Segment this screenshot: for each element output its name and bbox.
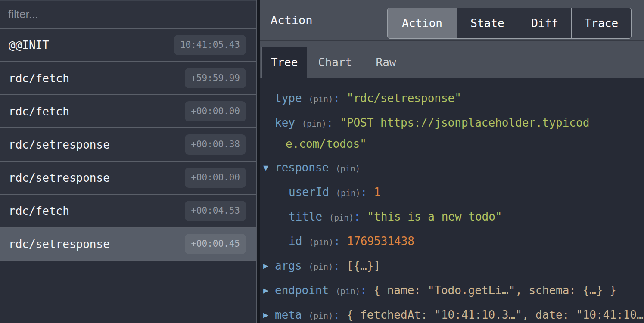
pin-button[interactable]: (pin) [336,164,360,173]
inspector-header: Action Action State Diff Trace [260,0,644,40]
json-value: "this is a new todo" [367,210,502,223]
json-colon: : [354,210,361,223]
action-list-panel: @@INIT 10:41:05.43 rdc/fetch +59:59.99 r… [0,0,257,323]
pin-button[interactable]: (pin) [309,237,333,247]
tree-row-meta: ▶ meta (pin): { fetchedAt: "10:41:10.3…"… [260,305,644,323]
json-key[interactable]: endpoint [275,284,329,297]
tree-row-response: ▼ response (pin) [260,158,644,179]
expand-arrow-icon[interactable]: ▶ [263,280,268,301]
json-value: "POST https://jsonplaceholder.typicod [340,116,589,129]
action-row-setresponse-1[interactable]: rdc/setresponse +00:00.38 [0,128,256,162]
tree-row-userId: userId (pin): 1 [260,182,644,203]
filter-bar [0,0,256,29]
pin-button[interactable]: (pin) [336,188,361,198]
json-tree-view: type (pin): "rdc/setresponse" key (pin):… [260,78,644,323]
action-row-fetch-2[interactable]: rdc/fetch +00:00.00 [0,95,256,128]
pin-button[interactable]: (pin) [336,286,360,296]
pin-button[interactable]: (pin) [329,213,354,222]
json-colon: : [327,116,333,129]
json-key[interactable]: userId [289,186,329,199]
action-name: rdc/fetch [9,205,69,217]
json-key[interactable]: response [275,161,329,174]
json-value: e.com/todos" [286,137,367,150]
json-key[interactable]: title [289,210,322,223]
panel-title: Action [271,0,313,40]
json-key[interactable]: meta [275,308,302,321]
json-colon: : [333,308,340,321]
action-row-fetch-3[interactable]: rdc/fetch +00:04.53 [0,195,256,228]
json-colon: : [333,235,340,248]
action-name: rdc/fetch [9,105,69,118]
json-colon: : [360,284,367,297]
expand-arrow-icon[interactable]: ▶ [263,256,268,276]
pin-button[interactable]: (pin) [308,262,333,271]
json-colon: : [333,92,340,105]
action-timestamp-badge: +00:00.45 [185,234,246,254]
action-timestamp-badge: +00:00.38 [185,134,246,155]
action-timestamp-badge: +00:04.53 [185,201,246,221]
action-name: rdc/setresponse [9,138,110,151]
subtab-chart[interactable]: Chart [316,47,355,78]
json-colon: : [333,259,340,272]
view-tab-bar: Tree Chart Raw [260,40,644,78]
action-row-setresponse-3-selected[interactable]: rdc/setresponse +00:00.45 [0,228,256,261]
action-timestamp-badge: +00:00.00 [185,101,246,121]
tree-row-args: ▶ args (pin): [{…}] [260,256,644,277]
tree-row-id: id (pin): 1769531438 [260,231,644,252]
json-colon: : [361,186,367,199]
action-row-setresponse-2[interactable]: rdc/setresponse +00:00.00 [0,162,256,195]
tab-trace[interactable]: Trace [571,8,631,38]
json-value-preview: { fetchedAt: "10:41:10.3…", date: "10:41… [347,308,644,321]
pin-button[interactable]: (pin) [308,311,333,320]
json-key[interactable]: args [275,259,302,272]
expand-arrow-icon[interactable]: ▶ [263,305,268,323]
pin-button[interactable]: (pin) [308,94,333,104]
filter-input[interactable] [0,1,256,28]
inspector-tab-group: Action State Diff Trace [387,8,632,39]
json-key[interactable]: id [289,235,302,248]
action-name: @@INIT [9,39,49,52]
action-row-fetch-1[interactable]: rdc/fetch +59:59.99 [0,62,256,95]
action-row-init[interactable]: @@INIT 10:41:05.43 [0,29,256,62]
collapse-arrow-icon[interactable]: ▼ [263,158,268,178]
tree-row-key: key (pin): "POST https://jsonplaceholder… [260,113,644,134]
json-value-preview: [{…}] [347,259,380,272]
action-name: rdc/fetch [9,72,69,85]
json-value: 1 [374,186,381,199]
pin-button[interactable]: (pin) [302,119,327,128]
action-timestamp-badge: +59:59.99 [185,68,246,88]
json-key[interactable]: key [275,116,295,129]
tab-state[interactable]: State [457,8,518,38]
tree-row-endpoint: ▶ endpoint (pin): { name: "Todo.getLi…",… [260,280,644,301]
inspector-panel: Action Action State Diff Trace Tree Char… [260,0,644,323]
json-value: 1769531438 [347,235,414,248]
tree-row-title: title (pin): "this is a new todo" [260,207,644,228]
action-name: rdc/setresponse [9,238,110,251]
json-value-preview: { name: "Todo.getLi…", schema: {…} } [373,284,616,297]
json-value: "rdc/setresponse" [347,92,461,105]
subtab-raw[interactable]: Raw [371,47,401,78]
action-name: rdc/setresponse [9,171,110,184]
action-timestamp-badge: 10:41:05.43 [174,35,246,55]
json-key[interactable]: type [275,92,302,105]
tab-action[interactable]: Action [388,8,457,38]
subtab-tree[interactable]: Tree [261,47,307,78]
tree-row-type: type (pin): "rdc/setresponse" [260,88,644,109]
action-timestamp-badge: +00:00.00 [185,168,246,188]
tree-row-key-wrapped-line: e.com/todos" [260,134,644,154]
tab-diff[interactable]: Diff [518,8,571,38]
